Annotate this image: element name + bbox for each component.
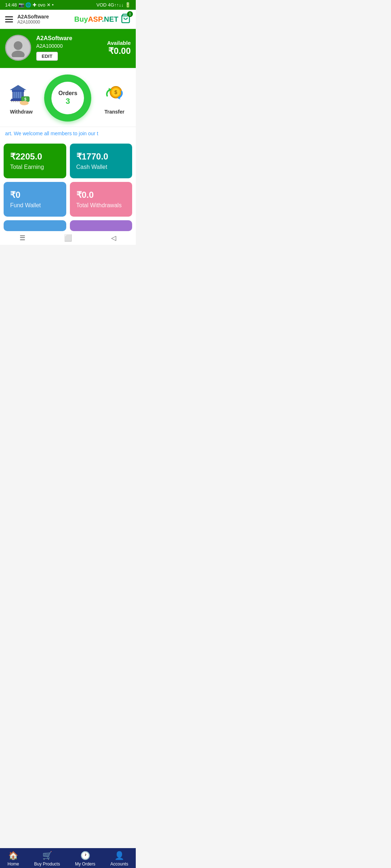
total-withdrawals-amount: ₹0.0 bbox=[76, 190, 126, 200]
system-nav: ☰ ⬜ ◁ bbox=[0, 231, 136, 245]
system-back-icon[interactable]: ◁ bbox=[111, 234, 116, 242]
cash-wallet-amount: ₹1770.0 bbox=[76, 152, 126, 162]
orders-label: Orders bbox=[58, 90, 77, 97]
stats-grid: ₹2205.0 Total Earning ₹1770.0 Cash Walle… bbox=[0, 140, 136, 217]
total-earning-card[interactable]: ₹2205.0 Total Earning bbox=[4, 144, 66, 178]
svg-rect-16 bbox=[20, 101, 22, 104]
status-bar: 14:48 📷 🌐 ✚ ovo ✕ • VOD 4G↑↑↓↓ 🔋 bbox=[0, 0, 136, 10]
svg-rect-9 bbox=[20, 92, 21, 98]
cash-wallet-label: Cash Wallet bbox=[76, 164, 126, 170]
svg-rect-4 bbox=[12, 90, 24, 92]
total-earning-amount: ₹2205.0 bbox=[10, 152, 60, 162]
actions-section: $ Withdraw Orders 3 $ bbox=[0, 68, 136, 127]
svg-point-2 bbox=[12, 51, 25, 57]
withdraw-icon: $ bbox=[9, 81, 34, 106]
cart-button[interactable]: 0 bbox=[121, 13, 131, 25]
svg-rect-8 bbox=[18, 92, 19, 98]
partial-card-blue bbox=[4, 220, 66, 231]
profile-info: A2ASoftware A2A100000 EDIT bbox=[36, 35, 72, 61]
status-icons: VOD 4G↑↑↓↓ 🔋 bbox=[96, 2, 131, 8]
total-earning-label: Total Earning bbox=[10, 164, 60, 170]
total-withdrawals-card[interactable]: ₹0.0 Total Withdrawals bbox=[70, 182, 133, 217]
nav-user-id: A2A100000 bbox=[17, 20, 49, 25]
partial-cards bbox=[0, 217, 136, 231]
orders-count: 3 bbox=[66, 97, 70, 106]
profile-name: A2ASoftware bbox=[36, 35, 72, 42]
system-home-icon[interactable]: ⬜ bbox=[64, 234, 72, 242]
menu-button[interactable] bbox=[5, 16, 13, 22]
total-withdrawals-label: Total Withdrawals bbox=[76, 202, 126, 209]
svg-marker-5 bbox=[10, 85, 26, 90]
cash-wallet-card[interactable]: ₹1770.0 Cash Wallet bbox=[70, 144, 133, 178]
edit-button[interactable]: EDIT bbox=[36, 52, 58, 61]
status-time: 14:48 📷 🌐 ✚ ovo ✕ • bbox=[5, 2, 54, 8]
svg-rect-6 bbox=[13, 92, 15, 98]
transfer-label: Transfer bbox=[105, 109, 125, 115]
fund-wallet-amount: ₹0 bbox=[10, 190, 60, 200]
top-nav: A2ASoftware A2A100000 BuyASP.NET 0 bbox=[0, 10, 136, 29]
transfer-button[interactable]: $ Transfer bbox=[102, 81, 127, 115]
svg-rect-7 bbox=[16, 92, 17, 98]
welcome-text: art. We welcome all members to join our … bbox=[0, 127, 136, 140]
transfer-icon: $ bbox=[102, 81, 127, 106]
profile-id: A2A100000 bbox=[36, 43, 72, 49]
svg-point-1 bbox=[14, 41, 22, 50]
nav-user-info: A2ASoftware A2A100000 bbox=[17, 14, 49, 25]
fund-wallet-card[interactable]: ₹0 Fund Wallet bbox=[4, 182, 66, 217]
system-menu-icon[interactable]: ☰ bbox=[20, 234, 25, 242]
orders-circle[interactable]: Orders 3 bbox=[44, 75, 91, 122]
nav-user-name: A2ASoftware bbox=[17, 14, 49, 20]
profile-banner: A2ASoftware A2A100000 EDIT Available ₹0.… bbox=[0, 29, 136, 68]
available-balance: Available ₹0.00 bbox=[107, 40, 131, 56]
avatar bbox=[5, 35, 31, 61]
withdraw-button[interactable]: $ Withdraw bbox=[9, 81, 34, 115]
withdraw-label: Withdraw bbox=[10, 109, 33, 115]
cart-badge: 0 bbox=[127, 11, 133, 17]
fund-wallet-label: Fund Wallet bbox=[10, 202, 60, 209]
app-logo: BuyASP.NET 0 bbox=[74, 13, 131, 25]
svg-text:$: $ bbox=[24, 97, 26, 101]
partial-card-purple bbox=[70, 220, 133, 231]
svg-text:$: $ bbox=[114, 89, 117, 95]
